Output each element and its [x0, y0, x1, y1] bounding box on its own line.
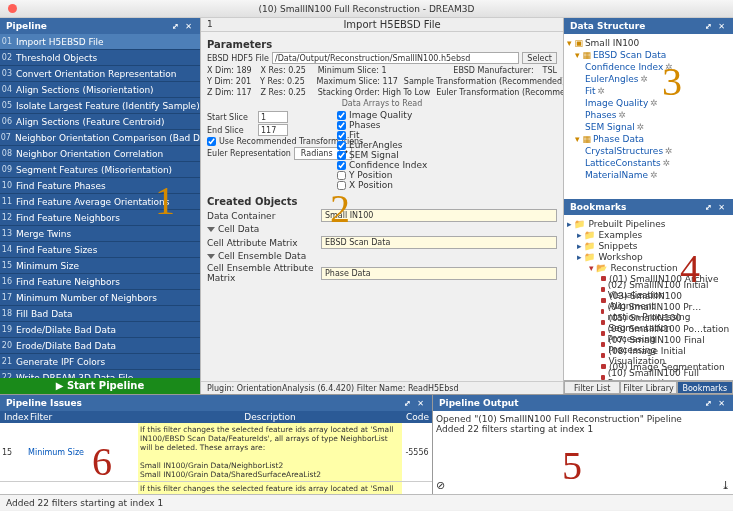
pipeline-item[interactable]: 16Find Feature Neighbors — [0, 274, 200, 290]
pipeline-item[interactable]: 08Neighbor Orientation Correlation — [0, 146, 200, 162]
array-checkbox-row[interactable]: EulerAngles — [337, 140, 557, 150]
ds-node[interactable]: SEM Signal ✲ — [567, 121, 730, 133]
manu-value: TSL — [543, 66, 557, 75]
array-checkbox[interactable] — [337, 151, 346, 160]
euler-rep-label: Euler Representation — [207, 149, 291, 158]
samptx-label: Sample Transformation (Recommended): — [404, 77, 563, 86]
array-checkbox[interactable] — [337, 171, 346, 180]
ds-node[interactable]: ▾ ▣Small IN100 — [567, 37, 730, 49]
pipeline-output-header: Pipeline Output⤢ ✕ — [433, 395, 733, 411]
save-output-icon[interactable]: ⤓ — [721, 479, 730, 492]
array-checkbox-row[interactable]: Y Position — [337, 170, 557, 180]
pipeline-item[interactable]: 12Find Feature Neighbors — [0, 210, 200, 226]
rec-transform-checkbox[interactable] — [207, 137, 216, 146]
array-checkbox[interactable] — [337, 181, 346, 190]
bookmark-node[interactable]: ▸ 📁Examples — [567, 229, 730, 240]
ds-node[interactable]: LatticeConstants ✲ — [567, 157, 730, 169]
dc-input[interactable] — [321, 209, 557, 222]
issue-row[interactable]: 17Minimum Number of NeighborsIf this fil… — [0, 482, 432, 494]
ds-node[interactable]: EulerAngles ✲ — [567, 73, 730, 85]
array-checkbox-row[interactable]: Phases — [337, 120, 557, 130]
startslice-input[interactable] — [258, 111, 288, 123]
ds-node[interactable]: CrystalStructures ✲ — [567, 145, 730, 157]
ds-node[interactable]: MaterialName ✲ — [567, 169, 730, 181]
tab-filter-library[interactable]: Filter Library — [620, 381, 676, 394]
pipeline-item[interactable]: 04Align Sections (Misorientation) — [0, 82, 200, 98]
zres-label: Z Res: 0.25 — [261, 88, 306, 97]
ds-node[interactable]: ▾ ▦Phase Data — [567, 133, 730, 145]
bookmark-node[interactable]: ▸ 📁Snippets — [567, 240, 730, 251]
array-checkbox[interactable] — [337, 161, 346, 170]
pipeline-list[interactable]: 01Import H5EBSD File02Threshold Objects0… — [0, 34, 200, 378]
pipeline-item[interactable]: 20Erode/Dilate Bad Data — [0, 338, 200, 354]
panel-controls-icon[interactable]: ⤢ ✕ — [705, 399, 728, 408]
panel-controls-icon[interactable]: ⤢ ✕ — [705, 203, 728, 212]
array-checkbox-row[interactable]: X Position — [337, 180, 557, 190]
pipeline-item[interactable]: 13Merge Twins — [0, 226, 200, 242]
window-title: (10) SmallIN100 Full Reconstruction - DR… — [259, 4, 475, 14]
select-file-button[interactable]: Select — [522, 52, 557, 64]
plugin-info-bar: Plugin: OrientationAnalysis (6.4.420) Fi… — [201, 381, 563, 394]
cam-input[interactable] — [321, 236, 557, 249]
close-icon[interactable] — [8, 4, 17, 13]
ds-node[interactable]: Fit ✲ — [567, 85, 730, 97]
array-checkbox[interactable] — [337, 141, 346, 150]
data-structure-tree[interactable]: ▾ ▣Small IN100▾ ▦EBSD Scan DataConfidenc… — [564, 34, 733, 199]
start-pipeline-button[interactable]: ▶ Start Pipeline — [0, 378, 200, 394]
stop-icon[interactable]: ⊘ — [436, 479, 445, 492]
ds-node[interactable]: ▾ ▦EBSD Scan Data — [567, 49, 730, 61]
pipeline-item[interactable]: 03Convert Orientation Representation — [0, 66, 200, 82]
manu-label: EBSD Manufacturer: — [453, 66, 533, 75]
bookmark-node[interactable]: ▸ 📁Prebuilt Pipelines — [567, 218, 730, 229]
bookmark-node[interactable]: ▸ 📁Workshop — [567, 251, 730, 262]
array-checkbox-row[interactable]: Fit — [337, 130, 557, 140]
array-checkbox[interactable] — [337, 111, 346, 120]
pipeline-item[interactable]: 15Minimum Size — [0, 258, 200, 274]
hdf5-file-input[interactable] — [272, 52, 519, 64]
pipeline-item[interactable]: 18Fill Bad Data — [0, 306, 200, 322]
panel-controls-icon[interactable]: ⤢ ✕ — [705, 22, 728, 31]
pipeline-item[interactable]: 02Threshold Objects — [0, 50, 200, 66]
issue-row[interactable]: 15Minimum SizeIf this filter changes the… — [0, 423, 432, 482]
output-line: Opened "(10) SmallIN100 Full Reconstruct… — [436, 414, 730, 424]
pipeline-item[interactable]: 14Find Feature Sizes — [0, 242, 200, 258]
tab-filter-list[interactable]: Filter List — [564, 381, 620, 394]
pipeline-item[interactable]: 11Find Feature Average Orientations — [0, 194, 200, 210]
bookmarks-tree[interactable]: ▸ 📁Prebuilt Pipelines▸ 📁Examples▸ 📁Snipp… — [564, 215, 733, 380]
minslice-label: Minimum Slice: 1 — [318, 66, 387, 75]
array-checkbox[interactable] — [337, 131, 346, 140]
panel-controls-icon[interactable]: ⤢ ✕ — [404, 399, 427, 408]
pipeline-item[interactable]: 01Import H5EBSD File — [0, 34, 200, 50]
ceam-input[interactable] — [321, 267, 557, 280]
array-checkbox-row[interactable]: Image Quality — [337, 110, 557, 120]
pipeline-item[interactable]: 10Find Feature Phases — [0, 178, 200, 194]
pipeline-item[interactable]: 05Isolate Largest Feature (Identify Samp… — [0, 98, 200, 114]
array-checkbox[interactable] — [337, 121, 346, 130]
pipeline-issues-header: Pipeline Issues⤢ ✕ — [0, 395, 432, 411]
bookmark-node[interactable]: ▾ 📂Reconstruction — [567, 262, 730, 273]
pipeline-item[interactable]: 06Align Sections (Feature Centroid) — [0, 114, 200, 130]
pipeline-header: Pipeline⤢ ✕ — [0, 18, 200, 34]
tab-bookmarks[interactable]: Bookmarks — [677, 381, 733, 394]
filter-step-number: 1 — [207, 19, 221, 31]
pipeline-item[interactable]: 19Erode/Dilate Bad Data — [0, 322, 200, 338]
pipeline-item[interactable]: 09Segment Features (Misorientation) — [0, 162, 200, 178]
ds-node[interactable]: Phases ✲ — [567, 109, 730, 121]
pipeline-item[interactable]: 22Write DREAM.3D Data File — [0, 370, 200, 378]
ds-node[interactable]: Confidence Index ✲ — [567, 61, 730, 73]
zdim-label: Z Dim: 117 — [207, 88, 252, 97]
endslice-input[interactable] — [258, 124, 288, 136]
pipeline-item[interactable]: 21Generate IPF Colors — [0, 354, 200, 370]
ds-node[interactable]: Image Quality ✲ — [567, 97, 730, 109]
pipeline-item[interactable]: 07Neighbor Orientation Comparison (Bad D… — [0, 130, 200, 146]
array-label: SEM Signal — [349, 150, 399, 160]
filter-name: Import H5EBSD File — [221, 19, 563, 30]
bookmarks-tabs: Filter List Filter Library Bookmarks — [564, 380, 733, 394]
cam-label: Cell Attribute Matrix — [207, 238, 317, 248]
bookmark-node[interactable]: (10) SmallIN100 Full Reconstruction — [567, 372, 730, 380]
array-checkbox-row[interactable]: SEM Signal — [337, 150, 557, 160]
panel-controls-icon[interactable]: ⤢ ✕ — [172, 22, 195, 31]
pipeline-item[interactable]: 17Minimum Number of Neighbors — [0, 290, 200, 306]
array-checkbox-row[interactable]: Confidence Index — [337, 160, 557, 170]
bookmark-node[interactable]: (08) Image Initial Visualization — [567, 350, 730, 361]
